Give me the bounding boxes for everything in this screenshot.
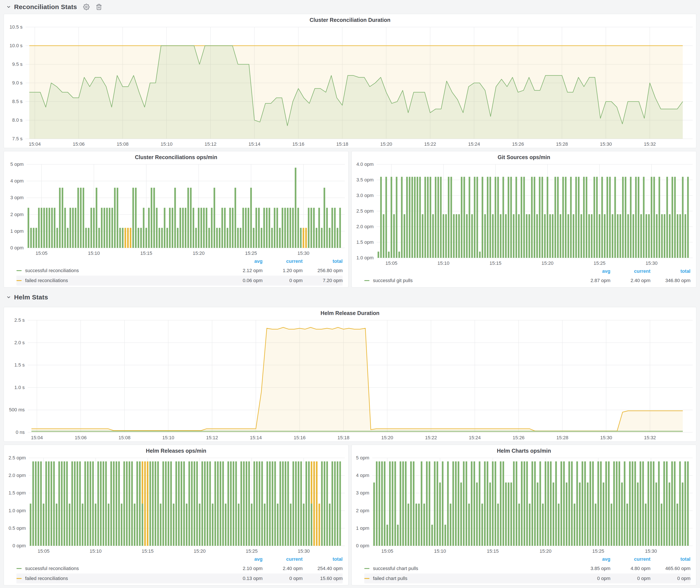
y-axis-tick-label: 2.5 opm — [9, 456, 26, 460]
y-axis-tick-label: 8.5 s — [12, 99, 23, 104]
series-label[interactable]: failed reconciliations — [25, 576, 223, 581]
row-helm-bars: Helm Releases ops/min 0 opm0.5 opm1.0 op… — [4, 445, 696, 585]
x-axis-tick-label: 15:06 — [73, 141, 85, 147]
x-axis-tick-label: 15:24 — [469, 435, 481, 440]
legend-row[interactable]: failed chart pulls0 opm0 opm0 opm — [364, 573, 690, 583]
legend-row[interactable]: failed reconciliations0.13 opm0 opm15.60… — [16, 573, 343, 583]
git-sources-chart[interactable]: 1.0 opm1.5 opm2.0 opm2.5 opm3.0 opm3.5 o… — [352, 162, 696, 267]
legend-sort-avg[interactable]: avg — [570, 556, 610, 562]
y-axis-tick-label: 10.0 s — [10, 43, 23, 48]
chart-canvas: 0 opm0.5 opm1.0 opm1.5 opm2.0 opm2.5 opm… — [4, 456, 348, 555]
y-axis-tick-label: 1.0 opm — [9, 508, 26, 513]
x-axis-tick-label: 15:20 — [381, 435, 393, 440]
series-label[interactable]: successful reconciliations — [25, 268, 223, 273]
x-axis-tick-label: 15:32 — [644, 435, 656, 440]
legend-table: avgcurrenttotalsuccessful reconciliation… — [4, 257, 348, 287]
x-axis-tick-label: 15:05 — [38, 548, 50, 554]
y-axis-tick-label: 4 opm — [356, 473, 369, 478]
section-title: Reconciliation Stats — [14, 3, 77, 11]
legend-sort-avg[interactable]: avg — [570, 268, 610, 274]
series-label[interactable]: failed chart pulls — [373, 576, 570, 581]
series-avg-value: 2.10 opm — [223, 566, 263, 571]
series-color-dash-icon — [364, 568, 369, 569]
panel-title[interactable]: Cluster Reconciliations ops/min — [4, 151, 348, 162]
x-axis-tick-label: 15:15 — [140, 250, 152, 256]
panel-title[interactable]: Cluster Reconciliation Duration — [4, 14, 696, 25]
x-axis-tick-label: 15:20 — [540, 548, 552, 554]
series-label[interactable]: failed reconciliations — [25, 278, 223, 283]
x-axis-tick-label: 15:32 — [644, 141, 656, 147]
x-axis-tick-label: 15:15 — [487, 548, 499, 554]
x-axis-tick-label: 15:05 — [385, 260, 397, 266]
legend-sort-current[interactable]: current — [610, 556, 650, 562]
cluster-reconciliation-duration-chart[interactable]: 7.5 s8.0 s8.5 s9.0 s9.5 s10.0 s10.5 s15:… — [4, 25, 696, 148]
legend-sort-avg[interactable]: avg — [223, 556, 263, 562]
x-axis-tick-label: 15:16 — [294, 435, 306, 440]
y-axis-tick-label: 0 ns — [16, 430, 25, 435]
x-axis-tick-label: 15:04 — [31, 435, 43, 440]
series-label[interactable]: successful reconciliations — [25, 566, 223, 571]
series-total-value: 7.20 opm — [303, 278, 343, 283]
x-axis-tick-label: 15:25 — [245, 250, 257, 256]
y-axis-tick-label: 2.0 s — [14, 340, 25, 345]
panel-helm-release-duration: Helm Release Duration 0 ns500 ms1.0 s1.5… — [4, 307, 696, 442]
x-axis-tick-label: 15:06 — [75, 435, 87, 440]
legend-header: avgcurrenttotal — [16, 257, 343, 266]
x-axis-tick-label: 15:15 — [489, 260, 501, 266]
series-avg-value: 3.85 opm — [570, 566, 610, 571]
x-axis-tick-label: 15:12 — [205, 141, 216, 147]
legend-sort-total[interactable]: total — [650, 556, 690, 562]
x-axis-tick-label: 15:05 — [35, 250, 47, 256]
helm-charts-chart[interactable]: 0 opm1 opm2 opm3 opm4 opm5 opm15:0515:10… — [352, 456, 696, 555]
legend-row[interactable]: successful reconciliations2.12 opm1.20 o… — [16, 266, 343, 276]
chart-canvas: 0 ns500 ms1.0 s1.5 s2.0 s2.5 s15:0415:06… — [4, 318, 696, 441]
y-axis-tick-label: 1 opm — [10, 228, 24, 234]
y-axis-tick-label: 9.5 s — [12, 61, 23, 67]
x-axis-tick-label: 15:14 — [248, 141, 260, 147]
x-axis-tick-label: 15:15 — [142, 548, 153, 554]
series-total-value: 0 opm — [650, 576, 690, 581]
series-total-value: 254.40 opm — [303, 566, 343, 571]
legend-sort-avg[interactable]: avg — [223, 258, 263, 264]
gear-icon[interactable] — [83, 4, 90, 10]
chart-canvas: 1.0 opm1.5 opm2.0 opm2.5 opm3.0 opm3.5 o… — [352, 162, 696, 267]
y-axis-tick-label: 2.0 opm — [9, 473, 26, 478]
x-axis-tick-label: 15:20 — [194, 548, 206, 554]
helm-release-duration-chart[interactable]: 0 ns500 ms1.0 s1.5 s2.0 s2.5 s15:0415:06… — [4, 318, 696, 441]
series-current-value: 0 opm — [263, 278, 303, 283]
panel-title[interactable]: Git Sources ops/min — [352, 151, 696, 162]
x-axis-tick-label: 15:20 — [193, 250, 205, 256]
panel-title[interactable]: Helm Charts ops/min — [352, 445, 696, 456]
panel-title[interactable]: Helm Releases ops/min — [4, 445, 348, 456]
x-axis-tick-label: 15:25 — [592, 548, 604, 554]
legend-row[interactable]: successful reconciliations2.10 opm2.40 o… — [16, 564, 343, 573]
series-label[interactable]: successful git pulls — [373, 278, 570, 283]
x-axis-tick-label: 15:22 — [425, 435, 437, 440]
legend-row[interactable]: successful git pulls2.87 opm2.40 opm346.… — [364, 276, 690, 286]
series-current-value: 2.40 opm — [610, 278, 650, 283]
y-axis-tick-label: 3 opm — [356, 490, 369, 496]
section-header-helm-stats[interactable]: Helm Stats — [4, 288, 696, 307]
legend-row[interactable]: successful chart pulls3.85 opm4.80 opm46… — [364, 564, 690, 573]
panel-title[interactable]: Helm Release Duration — [4, 307, 696, 318]
legend-sort-total[interactable]: total — [303, 556, 343, 562]
trash-icon[interactable] — [96, 4, 102, 10]
x-axis-tick-label: 15:25 — [246, 548, 258, 554]
x-axis-tick-label: 15:04 — [29, 141, 41, 147]
legend-sort-total[interactable]: total — [303, 258, 343, 264]
legend-sort-total[interactable]: total — [650, 268, 690, 274]
cluster-reconciliations-chart[interactable]: 0 opm1 opm2 opm3 opm4 opm5 opm15:0515:10… — [4, 162, 348, 257]
y-axis-tick-label: 1.5 opm — [356, 239, 374, 245]
x-axis-tick-label: 15:26 — [512, 141, 524, 147]
legend-sort-current[interactable]: current — [610, 268, 650, 274]
x-axis-tick-label: 15:08 — [117, 141, 129, 147]
legend-sort-current[interactable]: current — [263, 556, 303, 562]
x-axis-tick-label: 15:30 — [297, 250, 309, 256]
legend-sort-current[interactable]: current — [263, 258, 303, 264]
section-header-reconciliation-stats[interactable]: Reconciliation Stats — [4, 0, 696, 14]
dashboard: Reconciliation Stats Cluster Reconciliat… — [0, 0, 700, 585]
x-axis-tick-label: 15:20 — [542, 260, 553, 266]
series-label[interactable]: successful chart pulls — [373, 566, 570, 571]
legend-row[interactable]: failed reconciliations0.06 opm0 opm7.20 … — [16, 276, 343, 286]
helm-releases-chart[interactable]: 0 opm0.5 opm1.0 opm1.5 opm2.0 opm2.5 opm… — [4, 456, 348, 555]
